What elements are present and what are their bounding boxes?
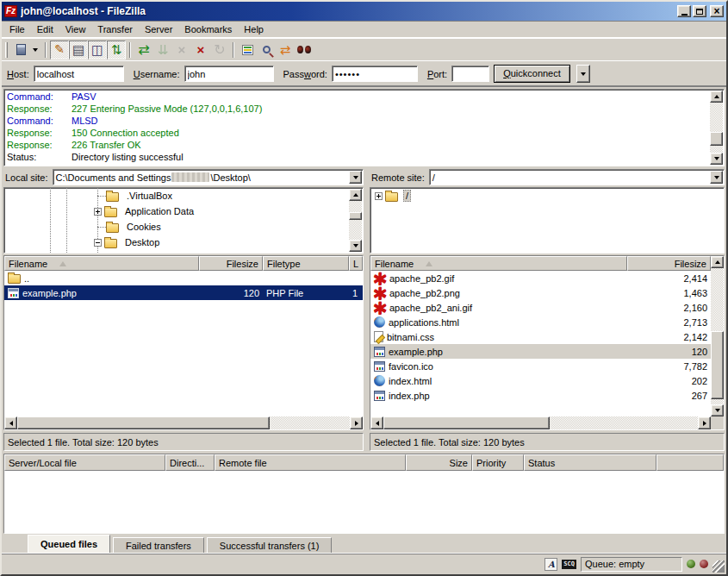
expand-plus-icon[interactable] xyxy=(94,208,102,216)
table-row-selected[interactable]: example.php 120 PHP File 1 xyxy=(4,285,363,300)
toggle-message-log-button[interactable]: ✎ xyxy=(50,41,69,59)
tab-queued-files[interactable]: Queued files xyxy=(28,535,110,553)
disconnect-button[interactable]: × xyxy=(191,41,210,59)
quickconnect-dropdown-button[interactable] xyxy=(576,65,590,83)
scroll-thumb[interactable] xyxy=(711,331,724,399)
tree-item-label[interactable]: / xyxy=(403,190,411,202)
toggle-local-tree-button[interactable]: ▤ xyxy=(69,41,88,59)
tree-item-label[interactable]: .VirtualBox xyxy=(124,190,175,202)
directory-comparison-button[interactable] xyxy=(257,41,276,59)
tree-item-label[interactable]: Cookies xyxy=(124,221,164,233)
tree-item[interactable]: .VirtualBox xyxy=(4,188,349,203)
close-button[interactable]: × xyxy=(710,5,724,17)
title-bar[interactable]: Fz john@localhost - FileZilla × xyxy=(2,2,726,21)
site-manager-dropdown-button[interactable] xyxy=(29,41,41,59)
local-site-combo[interactable]: C:\Documents and Settings\Desktop\ xyxy=(53,169,364,185)
transfer-type-indicator[interactable]: A xyxy=(544,558,557,571)
scroll-right-button[interactable] xyxy=(350,416,363,429)
scroll-thumb[interactable] xyxy=(383,416,550,429)
column-header-filename[interactable]: Filename xyxy=(370,256,627,271)
scroll-right-button[interactable] xyxy=(698,416,711,429)
table-row[interactable]: apache_pb2_ani.gif2,160 xyxy=(370,300,711,315)
scroll-down-button[interactable] xyxy=(711,404,724,416)
toggle-queue-button[interactable]: ⇅ xyxy=(107,41,126,59)
scroll-thumb[interactable] xyxy=(710,132,723,146)
column-header-size[interactable]: Size xyxy=(406,454,472,471)
synchronized-browsing-button[interactable]: ⇄ xyxy=(276,41,295,59)
menu-file[interactable]: File xyxy=(3,22,31,36)
tab-failed-transfers[interactable]: Failed transfers xyxy=(113,537,204,553)
scroll-down-button[interactable] xyxy=(349,240,362,252)
scroll-track[interactable] xyxy=(383,416,698,429)
host-input[interactable] xyxy=(34,66,124,82)
tab-successful-transfers[interactable]: Successful transfers (1) xyxy=(207,537,333,553)
table-row-selected[interactable]: example.php120 xyxy=(370,344,711,359)
remote-list-vscrollbar[interactable] xyxy=(711,256,724,416)
process-queue-button[interactable]: ⇊ xyxy=(153,41,172,59)
local-list-hscrollbar[interactable] xyxy=(4,416,363,429)
scroll-left-button[interactable] xyxy=(4,416,17,429)
column-header-filesize[interactable]: Filesize xyxy=(199,256,263,271)
scroll-up-button[interactable] xyxy=(711,256,724,268)
column-header-last-modified[interactable]: L xyxy=(349,256,363,271)
maximize-button[interactable] xyxy=(693,5,706,17)
scroll-up-button[interactable] xyxy=(710,91,723,103)
refresh-button[interactable]: ⇄ xyxy=(134,41,153,59)
tree-item-label[interactable]: Desktop xyxy=(122,236,162,248)
menu-bookmarks[interactable]: Bookmarks xyxy=(178,22,238,36)
scroll-thumb[interactable] xyxy=(349,212,362,221)
column-header-priority[interactable]: Priority xyxy=(472,454,524,471)
table-row[interactable]: bitnami.css2,142 xyxy=(370,329,711,344)
column-header-filesize[interactable]: Filesize xyxy=(627,256,711,271)
scroll-track[interactable] xyxy=(711,268,724,404)
remote-site-combo[interactable]: / xyxy=(429,169,725,185)
menu-transfer[interactable]: Transfer xyxy=(91,22,139,36)
quickconnect-button[interactable]: Quickconnect xyxy=(494,65,570,83)
scroll-down-button[interactable] xyxy=(710,153,723,165)
port-input[interactable] xyxy=(451,66,489,82)
scroll-track[interactable] xyxy=(17,416,350,429)
collapse-minus-icon[interactable] xyxy=(94,239,102,247)
resize-grip[interactable] xyxy=(712,560,725,573)
reconnect-button[interactable]: ↻ xyxy=(210,41,229,59)
username-input[interactable] xyxy=(184,66,274,82)
minimize-button[interactable] xyxy=(677,5,691,17)
cancel-operation-button[interactable]: × xyxy=(172,41,191,59)
tree-item[interactable]: Desktop xyxy=(4,235,349,250)
column-header-server-local-file[interactable]: Server/Local file xyxy=(4,454,165,471)
local-site-dropdown-button[interactable] xyxy=(349,171,362,184)
tree-item-label[interactable]: Application Data xyxy=(122,205,196,217)
menu-edit[interactable]: Edit xyxy=(31,22,59,36)
table-row[interactable]: apache_pb2.png1,463 xyxy=(370,285,711,300)
log-scrollbar[interactable] xyxy=(710,91,723,165)
menu-view[interactable]: View xyxy=(59,22,92,36)
indicator-badge[interactable]: SCQ xyxy=(562,560,576,569)
scroll-track[interactable] xyxy=(349,201,362,240)
scroll-thumb[interactable] xyxy=(17,416,270,429)
column-header-filetype[interactable]: Filetype xyxy=(263,256,349,271)
scroll-left-button[interactable] xyxy=(370,416,383,429)
site-manager-button[interactable] xyxy=(11,41,30,59)
local-tree-scrollbar[interactable] xyxy=(349,189,362,252)
table-row[interactable]: applications.html2,713 xyxy=(370,315,711,329)
toggle-remote-tree-button[interactable]: ◫ xyxy=(88,41,107,59)
table-row[interactable]: favicon.ico7,782 xyxy=(370,359,711,373)
column-header-status[interactable]: Status xyxy=(524,454,656,471)
column-header-direction[interactable]: Directi... xyxy=(165,454,215,471)
column-header-filename[interactable]: Filename xyxy=(4,256,199,271)
tree-item[interactable]: / xyxy=(370,188,710,203)
column-header-remote-file[interactable]: Remote file xyxy=(215,454,406,471)
tree-item[interactable]: Application Data xyxy=(4,203,349,219)
queue-list[interactable] xyxy=(4,471,724,533)
tree-item[interactable]: Cookies xyxy=(4,219,349,235)
table-row[interactable]: index.php267 xyxy=(370,388,711,403)
table-row[interactable]: .. xyxy=(4,271,363,285)
table-row[interactable]: apache_pb2.gif2,414 xyxy=(370,271,711,285)
expand-plus-icon[interactable] xyxy=(375,192,383,200)
password-input[interactable] xyxy=(332,66,418,82)
scroll-up-button[interactable] xyxy=(349,189,362,201)
remote-list-hscrollbar[interactable] xyxy=(370,416,711,429)
menu-server[interactable]: Server xyxy=(139,22,178,36)
menu-help[interactable]: Help xyxy=(238,22,270,36)
remote-site-dropdown-button[interactable] xyxy=(710,171,723,184)
